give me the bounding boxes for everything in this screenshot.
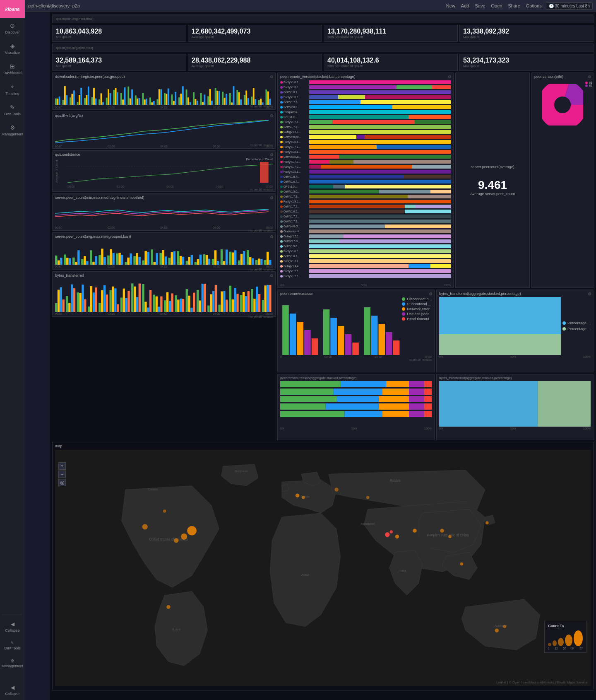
svg-rect-50 [175,92,176,105]
peer-bar-10 [309,130,451,134]
peer-bar-29 [309,224,451,229]
peer-remote-panel: peer.remote_version(stacked,bar,percenta… [277,72,454,288]
svg-rect-153 [232,253,234,265]
sidebar-collapse-bottom[interactable]: ◀ Collapse [0,681,25,700]
svg-rect-207 [164,300,166,312]
confidence-ts-label: ts per 10 minutes [55,188,273,191]
svg-rect-253 [312,338,318,355]
server-peer-bar-title: server.peer_count(avg,max,min(grouped,ba… [55,234,273,239]
svg-rect-272 [333,389,382,395]
devtools-bottom-label: Dev Tools [4,646,20,650]
sidebar-item-timeline[interactable]: ⌖ Timeline [0,79,25,100]
stat-ttl-max-label: Max qos.ttl [463,64,590,68]
svg-rect-97 [69,258,71,265]
svg-rect-181 [93,292,95,312]
svg-rect-132 [171,252,173,265]
peer-bar-26 [309,209,451,214]
confidence-options[interactable]: ⚙ [270,152,274,157]
map-zoom-out[interactable]: − [58,471,66,478]
svg-rect-186 [106,294,108,312]
svg-rect-277 [337,396,379,402]
peer-version-options[interactable]: ⚙ [588,75,591,79]
peer-bar-15 [309,154,451,159]
peer-bar-1 [309,85,451,89]
sidebar-collapse-btn[interactable]: ◀ Collapse [0,617,25,637]
qos-rtt-options[interactable]: ⚙ [270,113,274,118]
svg-rect-73 [231,102,233,105]
svg-rect-5 [66,95,67,105]
sidebar-management-bottom[interactable]: ⚙ Management [0,654,25,672]
peer-label-28: GethV1.7.3... [280,219,308,224]
sidebar-item-devtools[interactable]: ✎ Dev Tools [0,100,25,120]
svg-rect-220 [199,300,201,312]
sidebar-item-visualize[interactable]: ◈ Visualize [0,39,25,59]
svg-rect-217 [190,308,192,312]
qos-rtt-label-row: qos.rtt(min,avg,med,max) [56,17,188,21]
options-button[interactable]: Options [524,2,543,9]
svg-rect-96 [66,258,69,265]
svg-rect-15 [91,97,93,105]
svg-rect-19 [101,93,102,105]
kibana-logo[interactable]: kibana [0,0,25,18]
world-map[interactable]: + − ◎ [55,450,591,686]
share-button[interactable]: Share [506,2,522,9]
remove-reason-axis: 002:0004:0007:00 [280,355,432,358]
bytes-options[interactable]: ⚙ [270,273,274,278]
sidebar-item-management[interactable]: ⚙ Management [0,120,25,140]
qos-rtt-chart-area: 00:0002:0004:0006:0008:00 [55,119,273,144]
topbar-time[interactable]: 🕐 30 minutes Last 8h [546,2,593,10]
svg-text:Brazil: Brazil [172,628,180,631]
bytes-label-1: Percentage ... [567,321,591,325]
topbar-actions: New Add Save Open Share Options 🕐 30 min… [445,2,593,10]
svg-rect-160 [252,258,254,265]
peer-bar-16 [309,159,451,164]
downloader-options[interactable]: ⚙ [270,75,274,79]
bytes-aggregate-title: bytes_transferred(aggregate,stacked,perc… [439,376,591,380]
peer-label-16: ParityV1.7.0... [280,159,308,164]
svg-rect-16 [93,88,95,105]
bytes-ts-label: ts per 10 minutes [55,315,273,318]
bytes-stacked-options[interactable]: ⚙ [588,292,591,296]
svg-rect-237 [245,296,247,312]
pv-dot-63 [585,82,588,84]
server-peer-line-area [55,201,273,226]
qos-confidence-chart-area: Average of Count Percentage of Count [55,158,273,185]
svg-rect-1 [57,99,58,105]
svg-rect-156 [240,254,243,265]
aggregate-row: peer.remove.reason(aggregate,stacked,per… [277,374,594,440]
save-button[interactable]: Save [473,2,487,9]
dashboard-icon: ⊞ [10,63,15,70]
svg-rect-77 [240,99,242,105]
sidebar-item-dashboard[interactable]: ⊞ Dashboard [0,59,25,79]
map-zoom-in[interactable]: + [58,462,66,470]
server-peer-bar-options[interactable]: ⚙ [270,234,274,239]
remove-aggregate-title: peer.remove.reason(aggregate,stacked,per… [280,376,432,380]
map-reset[interactable]: ◎ [58,479,66,486]
server-peer-line-options[interactable]: ⚙ [270,196,274,200]
remove-reason-options[interactable]: ⚙ [429,292,433,296]
svg-rect-261 [379,324,385,355]
svg-rect-234 [236,294,238,312]
svg-rect-141 [197,259,199,265]
svg-rect-190 [117,304,119,312]
sidebar-devtools-bottom[interactable]: ✎ Dev Tools [0,637,25,654]
svg-rect-260 [371,316,378,355]
open-button[interactable]: Open [490,2,504,9]
new-button[interactable]: New [445,2,457,9]
svg-rect-199 [142,284,144,312]
peer-remote-options[interactable]: ⚙ [448,75,452,79]
svg-rect-161 [255,260,258,265]
svg-rect-214 [182,299,184,312]
topbar: geth-client/discovery+p2p New Add Save O… [25,0,596,12]
svg-rect-9 [77,102,79,105]
svg-rect-64 [209,89,211,105]
svg-rect-129 [162,250,164,265]
stat-rtt-med-value: 13,170,280,938,111 [327,28,454,35]
sidebar-item-discover[interactable]: ⊙ Discover [0,18,25,39]
peer-label-14: ParityV1.8.1... [280,150,308,154]
svg-rect-44 [160,89,162,105]
add-button[interactable]: Add [459,2,471,9]
svg-rect-150 [223,261,226,265]
svg-rect-56 [189,102,191,105]
svg-rect-30 [127,87,129,105]
